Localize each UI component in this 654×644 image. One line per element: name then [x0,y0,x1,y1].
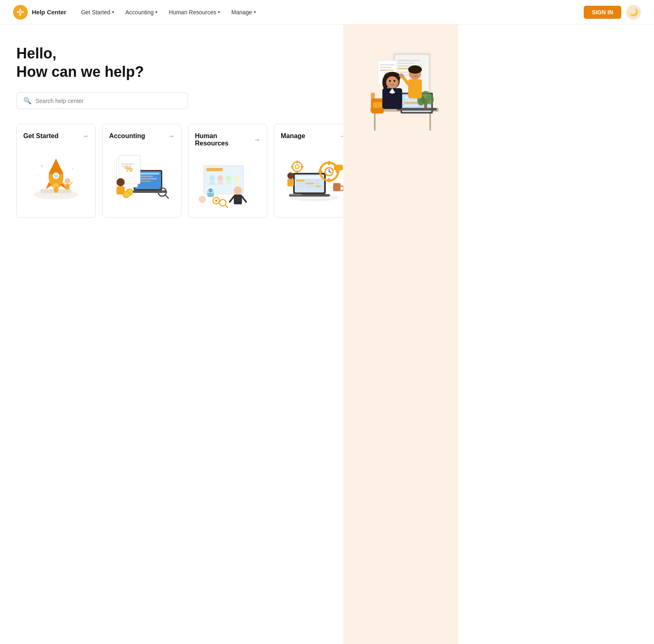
search-icon: 🔍 [23,97,31,105]
hero-title: Hello, How can we help? [16,44,327,81]
get-started-illustration [23,146,89,203]
svg-rect-111 [380,64,394,65]
svg-rect-70 [296,180,305,181]
svg-rect-54 [234,195,242,204]
svg-point-139 [389,80,391,82]
hero-line1: Hello, [16,45,56,62]
svg-rect-74 [306,183,314,184]
brand-logo[interactable]: Help Center [13,5,66,20]
card-illustration-get-started [23,146,89,203]
card-header: Get Started → [23,132,89,140]
svg-rect-91 [296,170,298,173]
nav-get-started-label: Get Started [81,9,110,16]
svg-rect-97 [334,165,343,170]
svg-rect-113 [380,69,394,71]
svg-point-140 [394,80,396,82]
accounting-illustration: % [109,146,175,203]
svg-point-17 [65,178,70,184]
svg-rect-123 [404,105,418,107]
svg-point-21 [41,165,43,167]
chevron-down-icon: ▾ [155,10,157,14]
svg-point-58 [208,188,213,192]
svg-rect-26 [130,190,166,193]
svg-rect-73 [296,183,305,184]
card-header: Manage → [281,132,346,140]
card-title: HumanResources [195,132,228,147]
sidebar-hero-illustration: ? ? [356,49,446,155]
svg-rect-82 [328,178,330,182]
arrow-icon: → [254,136,260,143]
nav-accounting-label: Accounting [125,9,154,16]
category-card-human-resources[interactable]: HumanResources → [188,124,267,218]
svg-rect-59 [207,193,214,197]
categories-grid: Get Started → [16,124,327,218]
arrow-icon: → [82,132,89,140]
svg-rect-52 [234,181,240,185]
nav-accounting[interactable]: Accounting ▾ [121,6,162,19]
svg-rect-116 [430,112,431,130]
svg-rect-35 [121,166,130,167]
svg-rect-131 [373,102,382,108]
svg-rect-18 [65,184,69,190]
svg-point-23 [37,175,38,177]
svg-rect-92 [291,166,293,168]
page-wrapper: Hello, How can we help? 🔍 Get Started → [0,25,654,644]
card-illustration-hr [195,154,260,211]
svg-rect-77 [306,186,314,187]
svg-text:?: ? [423,61,426,67]
manage-illustration [281,146,346,203]
card-title: Manage [281,132,305,140]
hero-line2: How can we help? [16,63,144,80]
category-card-manage[interactable]: Manage → [274,124,353,218]
svg-rect-76 [296,186,305,187]
nav-manage[interactable]: Manage ▾ [226,6,261,19]
svg-point-146 [416,72,418,74]
logo-svg [15,7,26,18]
svg-rect-69 [296,176,323,179]
signin-button[interactable]: SIGN IN [584,6,621,19]
category-card-accounting[interactable]: Accounting → [102,124,181,218]
main-content: Hello, How can we help? 🔍 Get Started → [0,25,343,644]
svg-point-145 [412,72,414,74]
svg-rect-112 [380,67,392,68]
svg-rect-81 [328,161,330,165]
nav-get-started[interactable]: Get Started ▾ [76,6,119,19]
logo-icon [13,5,28,20]
svg-point-22 [72,168,73,170]
category-card-get-started[interactable]: Get Started → [16,124,96,218]
svg-point-39 [123,191,130,198]
svg-point-149 [399,73,403,78]
search-input[interactable] [36,98,181,104]
svg-point-51 [234,175,240,181]
svg-rect-102 [398,60,421,61]
svg-rect-83 [318,170,323,173]
svg-rect-44 [206,168,223,171]
hr-illustration [195,154,260,211]
svg-rect-34 [121,163,134,165]
svg-point-89 [295,165,299,169]
svg-point-60 [198,195,206,203]
card-header: HumanResources → [195,132,260,147]
svg-point-16 [54,186,58,193]
nav-manage-label: Manage [231,9,252,16]
svg-rect-71 [306,180,314,181]
svg-line-55 [230,197,234,202]
svg-point-144 [408,65,422,74]
navigation: Help Center Get Started ▾ Accounting ▾ H… [0,0,654,25]
svg-point-45 [209,175,215,181]
card-illustration-accounting: % [109,146,175,203]
svg-point-129 [426,94,434,104]
svg-line-20 [69,182,72,185]
card-title: Accounting [109,132,145,140]
card-header: Accounting → [109,132,175,140]
theme-toggle-button[interactable]: 🌙 [626,5,641,20]
nav-human-resources[interactable]: Human Resources ▾ [164,6,225,19]
svg-text:%: % [125,163,133,174]
svg-rect-119 [397,108,437,111]
svg-line-56 [242,197,246,202]
svg-point-36 [116,178,125,186]
svg-rect-103 [398,63,415,64]
nav-actions: SIGN IN 🌙 [584,5,641,20]
help-center-label: Help Center [32,9,66,16]
card-illustration-manage [281,146,346,203]
